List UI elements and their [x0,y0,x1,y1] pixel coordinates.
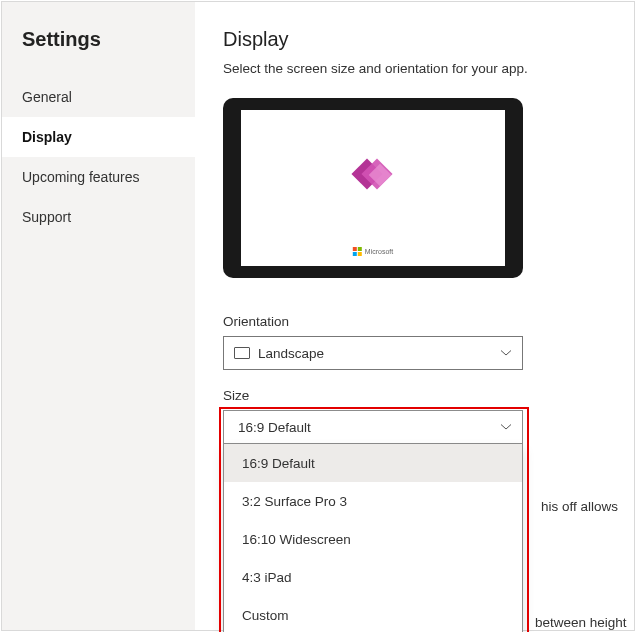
size-dropdown[interactable]: 16:9 Default [223,410,523,444]
main-panel: Display Select the screen size and orien… [195,2,634,630]
sidebar-title: Settings [2,18,195,77]
landscape-icon [234,347,250,359]
size-dropdown-options: 16:9 Default 3:2 Surface Pro 3 16:10 Wid… [223,444,523,632]
sidebar-item-upcoming-features[interactable]: Upcoming features [2,157,195,197]
sidebar-item-display[interactable]: Display [2,117,195,157]
chevron-down-icon [500,347,512,359]
size-option-4-3-ipad[interactable]: 4:3 iPad [224,558,522,596]
microsoft-logo: Microsoft [353,247,393,256]
tablet-preview: Microsoft [223,98,523,278]
size-option-16-10-widescreen[interactable]: 16:10 Widescreen [224,520,522,558]
sidebar: Settings General Display Upcoming featur… [2,2,195,630]
size-option-custom[interactable]: Custom [224,596,522,632]
sidebar-item-general[interactable]: General [2,77,195,117]
size-option-16-9-default[interactable]: 16:9 Default [224,444,522,482]
settings-window: Settings General Display Upcoming featur… [1,1,635,631]
size-value: 16:9 Default [234,420,311,435]
page-title: Display [223,28,614,51]
sidebar-item-support[interactable]: Support [2,197,195,237]
orientation-value: Landscape [258,346,324,361]
orientation-label: Orientation [223,314,614,329]
tablet-screen: Microsoft [241,110,505,266]
microsoft-icon [353,247,362,256]
powerapps-icon [350,151,396,197]
microsoft-label: Microsoft [365,248,393,255]
size-option-3-2-surface-pro-3[interactable]: 3:2 Surface Pro 3 [224,482,522,520]
size-field: 16:9 Default 16:9 Default 3:2 Surface Pr… [223,410,614,632]
orientation-dropdown[interactable]: Landscape [223,336,523,370]
chevron-down-icon [500,421,512,433]
page-subtitle: Select the screen size and orientation f… [223,61,614,76]
size-label: Size [223,388,614,403]
